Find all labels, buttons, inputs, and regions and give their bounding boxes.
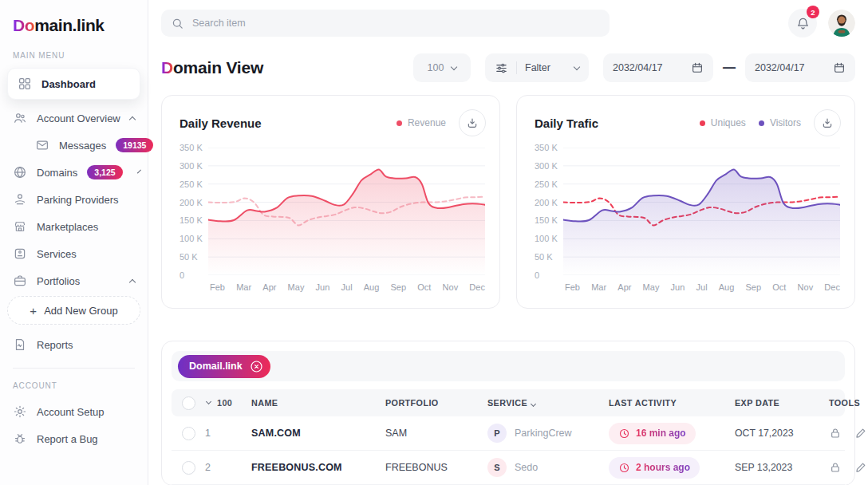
add-new-group-button[interactable]: + Add New Group — [7, 296, 140, 325]
topbar-right: 2 — [788, 9, 855, 37]
last-activity-cell: 16 min ago — [609, 423, 735, 444]
col-service[interactable]: SERVICE — [487, 398, 609, 408]
title-gradient-letter: D — [161, 58, 173, 77]
sidebar-item-label: Domains — [37, 167, 77, 179]
notifications-button[interactable]: 2 — [788, 9, 817, 37]
date-from-picker[interactable]: 2032/04/17 — [603, 53, 713, 82]
table-header-row: 100 NAME PORTFOLIO SERVICE LAST ACTIVITY… — [172, 389, 845, 416]
sidebar-item-reports[interactable]: Reports — [0, 331, 148, 358]
tools-cell — [829, 461, 868, 474]
sidebar-item-marketplaces[interactable]: Marketplaces — [0, 213, 148, 240]
dashboard-icon — [18, 77, 32, 91]
lock-icon[interactable] — [829, 461, 842, 474]
clock-icon — [618, 462, 630, 474]
service-initial-badge: S — [487, 458, 507, 477]
chevron-down-icon — [451, 63, 457, 69]
add-new-group-label: Add New Group — [44, 305, 118, 317]
bell-icon — [795, 16, 811, 31]
calendar-icon — [833, 61, 846, 74]
sidebar-item-services[interactable]: Services — [0, 240, 148, 267]
filter-tag-label: Domail.link — [189, 361, 243, 372]
plot-area: FebMarAprMayJunJulAugSepOctNovDec — [563, 148, 840, 292]
plus-icon: + — [30, 304, 37, 317]
exp-date: SEP 13,2023 — [735, 462, 829, 473]
portfolio-name: SAM — [385, 428, 487, 439]
sidebar-item-dashboard[interactable]: Dashboard — [7, 68, 140, 100]
y-axis-labels: 350 K300 K250 K200 K150 K100 K50 K0 — [162, 148, 208, 275]
sidebar-item-label: Services — [37, 248, 77, 260]
edit-icon[interactable] — [854, 461, 867, 474]
portfolio-name: FREEBONUS — [385, 462, 487, 473]
chart-body: 350 K300 K250 K200 K150 K100 K50 K0 FebM… — [162, 136, 499, 292]
domains-count-badge: 3,125 — [87, 165, 122, 179]
page-header: Domain View 100 Falter 2032/04/17 — [161, 53, 855, 82]
gear-icon — [13, 404, 27, 419]
search-input[interactable] — [192, 18, 600, 29]
main-content: 2 Domain View 100 Falter — [148, 0, 868, 485]
service-name: Sedo — [515, 462, 538, 473]
row-count-header[interactable]: 100 — [205, 398, 251, 408]
bug-icon — [13, 432, 27, 446]
service-name: ParkingCrew — [515, 428, 572, 439]
chevron-down-icon — [531, 401, 536, 407]
sidebar-item-label: Portfolios — [37, 275, 80, 287]
domain-name: SAM.COM — [251, 428, 385, 439]
app-root: Domain.link MAIN MENU Dashboard Account … — [0, 0, 868, 485]
sidebar-item-label: Messages — [59, 140, 106, 152]
avatar[interactable] — [828, 10, 855, 37]
sidebar-item-account-overview[interactable]: Account Overview — [0, 104, 148, 132]
col-exp-date: EXP DATE — [735, 398, 829, 408]
filter-label: Falter — [525, 62, 550, 73]
daily-trafic-chart-card: Daily Trafic UniquesVisitors 350 K300 K2… — [516, 95, 855, 309]
sidebar-item-label: Account Overview — [37, 112, 120, 124]
chart-legend: UniquesVisitors — [700, 117, 801, 128]
edit-icon[interactable] — [854, 427, 867, 440]
page-size-select[interactable]: 100 — [413, 53, 471, 82]
sidebar-item-account-setup[interactable]: Account Setup — [0, 398, 148, 425]
sidebar-item-report-a-bug[interactable]: Report a Bug — [0, 425, 148, 452]
service-initial-badge: P — [487, 424, 507, 443]
sidebar-item-portfolios[interactable]: Portfolios — [0, 267, 148, 294]
select-all-checkbox[interactable] — [182, 396, 195, 410]
sidebar-item-label: Reports — [37, 339, 73, 351]
search-box[interactable] — [161, 10, 610, 37]
sidebar: Domain.link MAIN MENU Dashboard Account … — [0, 0, 148, 485]
date-from-value: 2032/04/17 — [613, 62, 663, 73]
row-checkbox[interactable] — [182, 461, 195, 475]
sidebar-item-domains[interactable]: Domains 3,125 — [0, 159, 148, 186]
daily-revenue-chart-card: Daily Revenue Revenue 350 K300 K250 K200… — [161, 95, 500, 309]
logo-dark-text: main.link — [34, 16, 104, 34]
page-controls: 100 Falter 2032/04/17 — — [413, 53, 855, 82]
sidebar-item-label: Account Setup — [37, 406, 105, 418]
briefcase-icon — [13, 274, 27, 288]
revenue-plot — [208, 148, 485, 275]
download-button[interactable] — [459, 109, 486, 136]
domains-table-card: Domail.link 100 NAME PORTFOLIO SERVICE L… — [161, 341, 855, 485]
sidebar-divider — [13, 368, 135, 369]
chevron-up-icon — [129, 278, 136, 285]
x-axis-labels: FebMarAprMayJunJulAugSepOctNovDec — [563, 275, 840, 292]
y-axis-labels: 350 K300 K250 K200 K150 K100 K50 K0 — [517, 148, 563, 275]
activity-pill: 16 min ago — [609, 423, 696, 444]
x-axis-labels: FebMarAprMayJunJulAugSepOctNovDec — [208, 275, 485, 292]
chevron-down-icon — [137, 169, 141, 173]
lock-icon[interactable] — [829, 427, 842, 440]
activity-text: 16 min ago — [636, 428, 686, 439]
close-icon[interactable] — [249, 359, 264, 374]
service-cell: P ParkingCrew — [487, 424, 609, 443]
last-activity-cell: 2 hours ago — [609, 457, 735, 479]
download-button[interactable] — [814, 109, 841, 136]
sidebar-item-parking-providers[interactable]: Parking Providers — [0, 186, 148, 213]
row-checkbox[interactable] — [182, 427, 195, 440]
logo[interactable]: Domain.link — [0, 10, 148, 49]
services-box-icon — [13, 246, 27, 261]
sidebar-item-messages[interactable]: Messages 19135 — [0, 132, 148, 159]
date-to-picker[interactable]: 2032/04/17 — [745, 53, 855, 82]
sidebar-item-label: Dashboard — [41, 78, 96, 90]
chart-legend: Revenue — [397, 117, 446, 128]
domain-name: FREEBONUS.COM — [251, 462, 385, 473]
parking-coin-icon — [13, 192, 27, 207]
filter-dropdown[interactable]: Falter — [485, 53, 589, 82]
row-number: 1 — [205, 428, 251, 439]
filter-tag-chip[interactable]: Domail.link — [178, 355, 270, 378]
